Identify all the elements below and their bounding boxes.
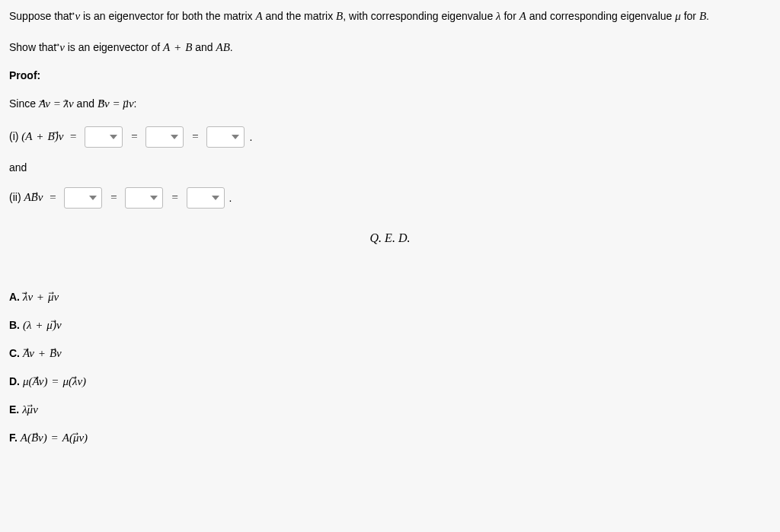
part-i-select-2[interactable] [145,126,184,148]
equals-1b: = [188,130,202,143]
and-separator: and [9,161,771,174]
part-ii-select-1[interactable] [64,187,102,209]
option-c: C. Av + Bv [9,347,771,360]
part-i-line: (i) (A + B)v = = = . [9,126,771,148]
problem-statement-line2: Show that v is an eigenvector of A + B a… [9,39,771,56]
option-e: E. λμv [9,403,771,416]
part-ii-line: (ii) ABv = = = . [9,187,771,209]
part-i-select-3[interactable] [206,126,245,148]
part-ii-label: (ii) ABv = [9,191,59,204]
equals-1a: = [127,130,141,143]
option-a: A. λv + μv [9,291,771,304]
qed-label: Q. E. D. [9,231,771,245]
answer-options: A. λv + μv B. (λ + μ)v C. Av + Bv D. μ(A… [9,291,771,444]
option-f: F. A(Bv) = A(μv) [9,432,771,444]
part-ii-select-2[interactable] [125,187,163,209]
since-line: Since Av = λv and Bv = μv: [9,95,771,113]
option-b: B. (λ + μ)v [9,319,771,332]
part-i-select-1[interactable] [85,126,123,148]
option-d: D. μ(Av) = μ(λv) [9,375,771,388]
equals-2a: = [107,191,120,204]
part-i-label: (i) (A + B)v = [9,130,80,143]
period-1: . [249,131,252,143]
proof-heading: Proof: [9,69,771,81]
part-ii-select-3[interactable] [187,187,225,209]
period-2: . [229,192,232,204]
equals-2b: = [168,191,181,204]
problem-statement-line1: Suppose that v is an eigenvector for bot… [9,8,771,25]
